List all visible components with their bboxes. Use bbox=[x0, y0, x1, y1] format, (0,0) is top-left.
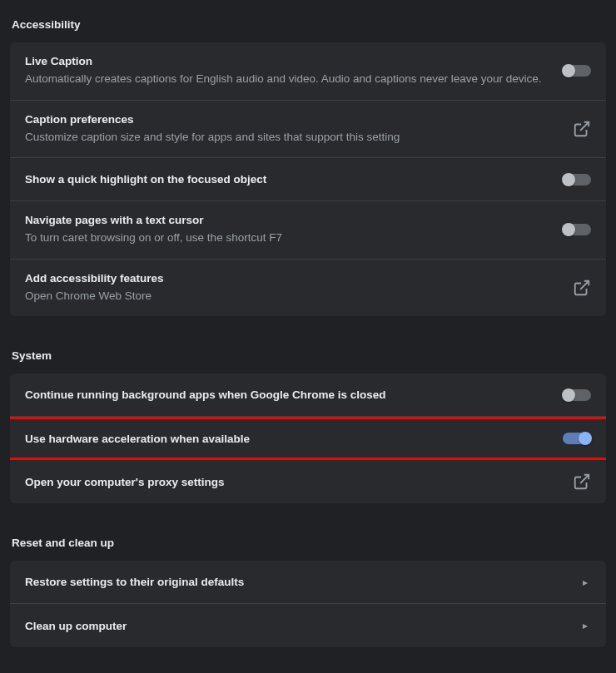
background-apps-text: Continue running background apps when Go… bbox=[25, 388, 563, 401]
external-link-icon bbox=[573, 279, 591, 297]
toggle-knob bbox=[562, 64, 575, 77]
restore-defaults-row[interactable]: Restore settings to their original defau… bbox=[10, 561, 606, 604]
clean-up-computer-text: Clean up computer bbox=[25, 620, 583, 632]
toggle-knob bbox=[562, 173, 575, 186]
system-header: System bbox=[10, 339, 606, 374]
live-caption-title: Live Caption bbox=[25, 55, 546, 67]
toggle-knob bbox=[579, 432, 592, 445]
live-caption-toggle[interactable] bbox=[563, 65, 591, 77]
restore-defaults-title: Restore settings to their original defau… bbox=[25, 576, 566, 588]
add-accessibility-title: Add accessibility features bbox=[25, 272, 556, 285]
caption-preferences-row[interactable]: Caption preferences Customize caption si… bbox=[10, 101, 606, 159]
live-caption-desc: Automatically creates captions for Engli… bbox=[25, 71, 546, 87]
svg-line-2 bbox=[580, 475, 589, 483]
caret-browsing-title: Navigate pages with a text cursor bbox=[25, 214, 546, 226]
caret-browsing-desc: To turn caret browsing on or off, use th… bbox=[25, 230, 546, 246]
caption-preferences-text: Caption preferences Customize caption si… bbox=[25, 113, 573, 146]
toggle-knob bbox=[562, 388, 575, 402]
live-caption-row[interactable]: Live Caption Automatically creates capti… bbox=[10, 42, 606, 101]
accessibility-header: Accessibility bbox=[10, 8, 606, 42]
external-link-icon bbox=[573, 120, 591, 138]
system-card: Continue running background apps when Go… bbox=[10, 374, 606, 503]
quick-highlight-title: Show a quick highlight on the focused ob… bbox=[25, 173, 546, 186]
hardware-acceleration-row[interactable]: Use hardware acceleration when available bbox=[10, 417, 606, 460]
hardware-acceleration-text: Use hardware acceleration when available bbox=[25, 433, 563, 445]
caret-browsing-toggle[interactable] bbox=[563, 224, 591, 235]
system-section: System Continue running background apps … bbox=[10, 339, 606, 503]
quick-highlight-text: Show a quick highlight on the focused ob… bbox=[25, 173, 563, 186]
clean-up-computer-row[interactable]: Clean up computer ▸ bbox=[10, 604, 606, 647]
chevron-right-icon: ▸ bbox=[583, 577, 591, 588]
chevron-right-icon: ▸ bbox=[583, 620, 591, 631]
quick-highlight-row[interactable]: Show a quick highlight on the focused ob… bbox=[10, 158, 606, 201]
reset-section: Reset and clean up Restore settings to t… bbox=[10, 527, 606, 647]
toggle-knob bbox=[562, 223, 575, 236]
caption-preferences-title: Caption preferences bbox=[25, 113, 556, 126]
proxy-settings-title: Open your computer's proxy settings bbox=[25, 476, 556, 488]
background-apps-toggle[interactable] bbox=[563, 389, 591, 401]
reset-header: Reset and clean up bbox=[10, 527, 606, 561]
add-accessibility-desc: Open Chrome Web Store bbox=[25, 288, 556, 304]
proxy-settings-row[interactable]: Open your computer's proxy settings bbox=[10, 460, 606, 503]
add-accessibility-row[interactable]: Add accessibility features Open Chrome W… bbox=[10, 260, 606, 317]
caret-browsing-row[interactable]: Navigate pages with a text cursor To tur… bbox=[10, 201, 606, 260]
background-apps-row[interactable]: Continue running background apps when Go… bbox=[10, 374, 606, 417]
svg-line-1 bbox=[580, 281, 589, 289]
caption-preferences-desc: Customize caption size and style for app… bbox=[25, 129, 556, 146]
proxy-settings-text: Open your computer's proxy settings bbox=[25, 476, 573, 488]
caret-browsing-text: Navigate pages with a text cursor To tur… bbox=[25, 214, 563, 246]
add-accessibility-text: Add accessibility features Open Chrome W… bbox=[25, 272, 573, 304]
restore-defaults-text: Restore settings to their original defau… bbox=[25, 576, 583, 588]
quick-highlight-toggle[interactable] bbox=[563, 174, 591, 186]
svg-line-0 bbox=[580, 122, 589, 131]
accessibility-section: Accessibility Live Caption Automatically… bbox=[10, 8, 606, 316]
hardware-acceleration-toggle[interactable] bbox=[563, 433, 591, 444]
accessibility-card: Live Caption Automatically creates capti… bbox=[10, 42, 606, 316]
hardware-acceleration-title: Use hardware acceleration when available bbox=[25, 433, 546, 445]
clean-up-computer-title: Clean up computer bbox=[25, 620, 566, 632]
external-link-icon bbox=[573, 473, 591, 491]
live-caption-text: Live Caption Automatically creates capti… bbox=[25, 55, 563, 87]
reset-card: Restore settings to their original defau… bbox=[10, 561, 606, 647]
background-apps-title: Continue running background apps when Go… bbox=[25, 388, 546, 401]
